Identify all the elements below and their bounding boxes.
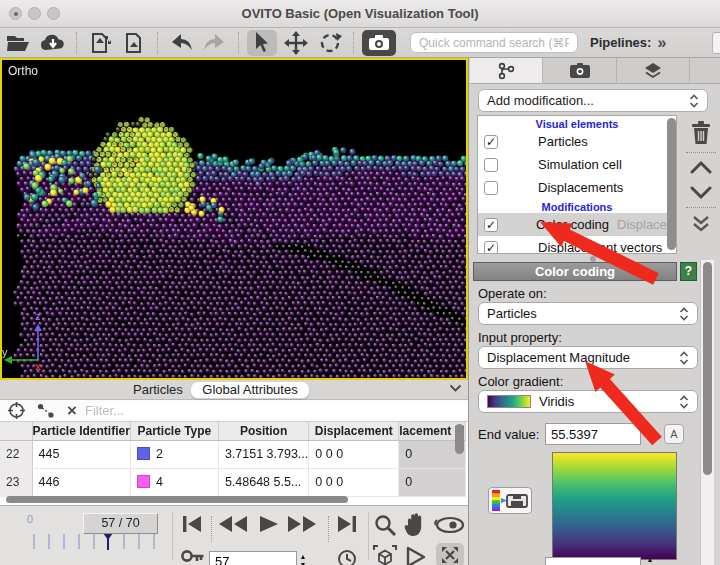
select-tool-button[interactable] xyxy=(247,30,277,56)
add-modification-combobox[interactable]: Add modification... xyxy=(478,89,708,112)
orbit-tool-button[interactable] xyxy=(434,516,466,534)
jump-to-end-button[interactable] xyxy=(335,514,359,534)
chevron-up-down-icon xyxy=(679,351,689,365)
jump-to-start-button[interactable] xyxy=(180,514,204,534)
step-back-button[interactable] xyxy=(217,514,249,534)
export-colormap-button[interactable] xyxy=(488,487,532,514)
header-particle-type[interactable]: Particle Type xyxy=(130,422,218,440)
checkbox[interactable] xyxy=(484,181,498,195)
dotted-divider xyxy=(328,516,329,542)
pick-particle-button[interactable] xyxy=(8,402,25,419)
play-button[interactable] xyxy=(257,514,281,534)
zoom-tool-button[interactable] xyxy=(374,514,397,537)
pipeline-item-particles[interactable]: ✓ Particles xyxy=(478,130,676,153)
frame-spinner[interactable]: ▲▼ xyxy=(296,551,310,565)
move-tool-button[interactable] xyxy=(281,30,311,56)
table-horizontal-scrollbar[interactable] xyxy=(6,496,348,503)
render-button[interactable] xyxy=(362,30,396,56)
viewport-3d[interactable]: Ortho z y x xyxy=(0,58,468,380)
viewport-mode-label[interactable]: Ortho xyxy=(8,64,38,78)
tab-particles-data[interactable]: Particles xyxy=(133,382,183,397)
cell-displacement-magnitude[interactable]: 0 xyxy=(399,468,465,496)
open-file-button[interactable] xyxy=(4,30,34,56)
table-vertical-scrollbar[interactable] xyxy=(455,424,464,454)
checkbox[interactable] xyxy=(484,158,498,172)
timeline-frame-indicator[interactable]: 57 / 70 xyxy=(83,513,158,534)
tab-overlays[interactable] xyxy=(617,58,690,83)
animation-settings-button[interactable] xyxy=(337,549,357,565)
spin-up-icon[interactable]: ▲ xyxy=(647,426,654,434)
undo-button[interactable] xyxy=(166,30,196,56)
undo-icon xyxy=(168,33,194,53)
zoom-selection-button[interactable] xyxy=(404,546,428,565)
cell-type[interactable]: 4 xyxy=(130,468,218,496)
cell-position[interactable]: 5.48648 5.5... xyxy=(218,468,308,496)
start-value-input-clipped[interactable] xyxy=(545,557,641,565)
cell-identifier[interactable]: 445 xyxy=(32,440,130,468)
import-file-button[interactable] xyxy=(85,30,115,56)
end-value-spinner[interactable]: ▲▼ xyxy=(643,423,657,445)
cell-identifier[interactable]: 446 xyxy=(32,468,130,496)
cell-type[interactable]: 2 xyxy=(130,440,218,468)
header-particle-identifier[interactable]: Particle Identifier xyxy=(32,422,130,440)
pan-tool-button[interactable] xyxy=(404,512,426,537)
panel-scrollbar-track[interactable] xyxy=(700,260,714,565)
checkbox[interactable]: ✓ xyxy=(484,241,498,255)
tab-global-attributes[interactable]: Global Attributes xyxy=(190,381,310,399)
window-title: OVITO Basic (Open Visualization Tool) xyxy=(0,6,720,21)
panel-scrollbar-thumb[interactable] xyxy=(703,262,712,475)
import-remote-button[interactable] xyxy=(38,30,68,56)
zoom-scene-extents-button[interactable] xyxy=(372,544,398,565)
start-value-spinner-clipped[interactable]: ▲ xyxy=(643,556,657,564)
pipeline-list-scrollbar[interactable] xyxy=(667,118,676,250)
spin-up-icon[interactable]: ▲ xyxy=(647,556,654,564)
pipeline-item-displacement-vectors[interactable]: ✓ Displacement vectors xyxy=(478,236,676,254)
table-row[interactable]: 23 446 4 5.48648 5.5... 0 0 0 0 xyxy=(0,468,465,496)
maximize-viewport-button[interactable] xyxy=(436,543,464,565)
cell-displacement[interactable]: 0 0 0 xyxy=(309,468,399,496)
table-row[interactable]: 22 445 2 3.7151 3.793... 0 0 0 0 xyxy=(0,440,465,468)
color-gradient-combobox[interactable]: Viridis xyxy=(478,390,698,413)
filter-input[interactable] xyxy=(85,403,468,418)
move-modifier-up-button[interactable] xyxy=(690,160,712,174)
help-button[interactable]: ? xyxy=(680,262,697,281)
spin-down-icon[interactable]: ▼ xyxy=(300,561,307,565)
cell-displacement[interactable]: 0 0 0 xyxy=(309,440,399,468)
tab-render[interactable] xyxy=(543,58,616,83)
clear-filter-button[interactable]: × xyxy=(67,401,77,421)
chevron-up-down-icon xyxy=(679,395,689,409)
frame-number-input[interactable] xyxy=(209,551,297,565)
export-file-button[interactable] xyxy=(119,30,149,56)
delete-modifier-button[interactable] xyxy=(690,119,712,145)
pipeline-item-simulation-cell[interactable]: Simulation cell xyxy=(478,153,676,176)
operate-on-combobox[interactable]: Particles xyxy=(478,302,698,325)
redo-button[interactable] xyxy=(200,30,230,56)
checkbox[interactable]: ✓ xyxy=(484,135,498,149)
checkbox[interactable]: ✓ xyxy=(484,218,498,232)
header-position[interactable]: Position xyxy=(218,422,308,440)
spin-up-icon[interactable]: ▲ xyxy=(300,553,307,561)
color-coding-panel-header[interactable]: Color coding xyxy=(473,262,677,281)
auto-adjust-button[interactable]: A xyxy=(664,424,684,444)
end-value-input[interactable] xyxy=(545,423,641,445)
toolbar-separator xyxy=(157,32,158,54)
pipeline-item-color-coding[interactable]: ✓ Color coding Displace... xyxy=(478,213,676,236)
header-displacement[interactable]: Displacement xyxy=(309,422,399,440)
bond-mode-button[interactable] xyxy=(37,403,55,419)
cell-position[interactable]: 3.7151 3.793... xyxy=(218,440,308,468)
move-modifier-down-button[interactable] xyxy=(690,186,712,200)
toggle-all-modifiers-button[interactable] xyxy=(691,215,711,233)
auto-key-button[interactable] xyxy=(181,548,205,564)
rotate-tool-button[interactable] xyxy=(315,30,345,56)
search-input[interactable] xyxy=(410,32,578,53)
move-icon xyxy=(284,31,308,55)
rail-separator xyxy=(686,207,716,208)
input-property-combobox[interactable]: Displacement Magnitude xyxy=(478,346,698,369)
pipelines-expand-button[interactable]: » xyxy=(657,34,665,52)
step-forward-button[interactable] xyxy=(286,514,318,534)
pipeline-item-displacements[interactable]: Displacements xyxy=(478,176,676,199)
tab-pipeline[interactable] xyxy=(470,58,543,83)
collapse-inspector-button[interactable] xyxy=(449,384,462,393)
main-toolbar: Pipelines: » xyxy=(0,28,720,58)
spin-down-icon[interactable]: ▼ xyxy=(647,434,654,442)
